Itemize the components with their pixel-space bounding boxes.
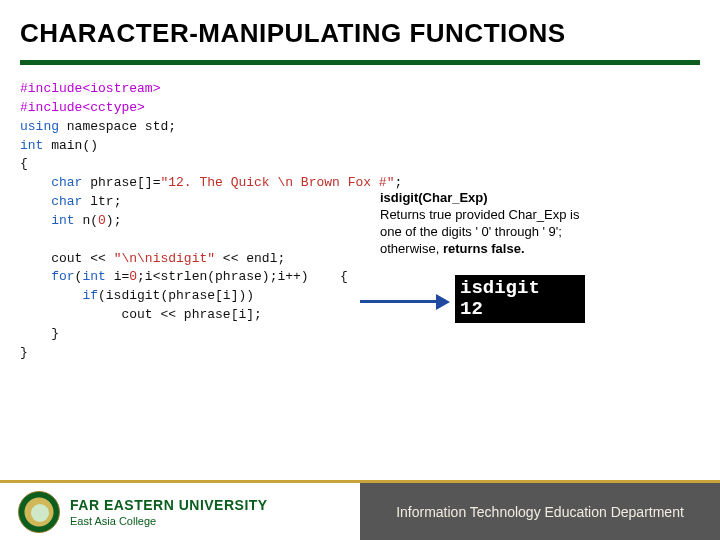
code-token: int [20, 138, 43, 153]
description-text: otherwise, [380, 241, 443, 256]
code-token: } [20, 326, 59, 341]
code-token: phrase[]= [82, 175, 160, 190]
page-title: CHARACTER-MANIPULATING FUNCTIONS [20, 18, 566, 49]
university-name: FAR EASTERN UNIVERSITY [70, 497, 268, 513]
function-signature: isdigit(Char_Exp) [380, 190, 680, 207]
code-token: int [20, 213, 75, 228]
title-rule [20, 60, 700, 65]
output-line: isdigit [460, 278, 580, 299]
code-token: #include [20, 81, 82, 96]
code-token: << endl; [215, 251, 285, 266]
university-seal-icon [18, 491, 60, 533]
description-line: Returns true provided Char_Exp is [380, 207, 680, 224]
code-token: (isdigit(phrase[i])) [98, 288, 254, 303]
code-token: <iostream> [82, 81, 160, 96]
college-name: East Asia College [70, 515, 268, 527]
code-token: #include [20, 100, 82, 115]
arrow-icon [360, 292, 450, 312]
code-token: { [20, 156, 28, 171]
code-token: ;i<strlen(phrase);i++) { [137, 269, 348, 284]
code-token: "\n\nisdigit" [114, 251, 215, 266]
description-bold: returns false. [443, 241, 525, 256]
code-token: } [20, 345, 28, 360]
code-token: namespace std; [59, 119, 176, 134]
description-line: one of the digits ' 0' through ' 9'; [380, 224, 680, 241]
description-box: isdigit(Char_Exp) Returns true provided … [380, 190, 680, 258]
code-token: n( [75, 213, 98, 228]
code-token: main() [43, 138, 98, 153]
console-output: isdigit 12 [455, 275, 585, 323]
footer: FAR EASTERN UNIVERSITY East Asia College… [0, 480, 720, 540]
footer-right: Information Technology Education Departm… [360, 483, 720, 540]
code-token: i= [106, 269, 129, 284]
code-token: using [20, 119, 59, 134]
code-token: 0 [98, 213, 106, 228]
code-token: for [20, 269, 75, 284]
description-line: otherwise, returns false. [380, 241, 680, 258]
code-token: cout << [20, 251, 114, 266]
code-token: ltr; [82, 194, 121, 209]
code-block: #include<iostream> #include<cctype> usin… [20, 80, 402, 363]
footer-left: FAR EASTERN UNIVERSITY East Asia College [0, 483, 360, 540]
code-token: cout << phrase[i]; [20, 307, 262, 322]
code-token: ; [394, 175, 402, 190]
code-token: int [82, 269, 105, 284]
code-token: 0 [129, 269, 137, 284]
department-name: Information Technology Education Departm… [396, 504, 684, 520]
code-blank [20, 232, 28, 247]
code-token: ); [106, 213, 122, 228]
code-token: if [20, 288, 98, 303]
output-line: 12 [460, 299, 580, 320]
code-token: char [20, 194, 82, 209]
code-token: <cctype> [82, 100, 144, 115]
code-token: char [20, 175, 82, 190]
code-token: "12. The Quick \n Brown Fox #" [160, 175, 394, 190]
